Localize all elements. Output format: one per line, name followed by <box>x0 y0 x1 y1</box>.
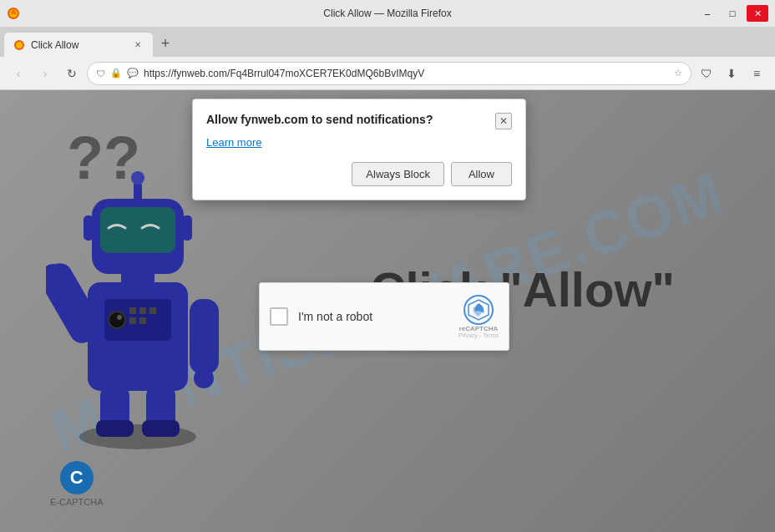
shield-button[interactable]: 🛡 <box>695 62 718 85</box>
svg-point-21 <box>194 368 214 388</box>
dialog-buttons: Always Block Allow <box>206 162 512 186</box>
tab-favicon <box>13 38 26 52</box>
svg-rect-17 <box>142 420 180 437</box>
dialog-close-button[interactable]: ✕ <box>495 113 512 129</box>
recaptcha-brand: reCAPTCHA <box>459 325 499 332</box>
lock-icon: 🔒 <box>110 68 122 79</box>
url-text: https://fynweb.com/Fq4Brrul047moXCER7EK0… <box>144 68 669 79</box>
allow-button[interactable]: Allow <box>451 162 512 186</box>
browser-content: MYANTISPYWARE.COM ?? <box>0 90 775 532</box>
svg-point-3 <box>16 42 23 48</box>
learn-more-link[interactable]: Learn more <box>206 136 512 149</box>
recaptcha-logo-icon <box>463 295 494 325</box>
active-tab[interactable]: Click Allow ✕ <box>3 32 154 57</box>
recaptcha-checkbox[interactable] <box>270 307 288 326</box>
nav-actions: 🛡 ⬇ ≡ <box>695 62 768 85</box>
url-bar[interactable]: 🛡 🔒 💬 https://fynweb.com/Fq4Brrul047moXC… <box>87 62 691 85</box>
notification-icon: 💬 <box>127 68 139 79</box>
ecaptcha-label: E-CAPTCHA <box>50 497 104 507</box>
recaptcha-label: I'm not a robot <box>298 310 450 323</box>
svg-rect-20 <box>190 299 219 374</box>
recaptcha-privacy-terms: Privacy - Terms <box>458 332 499 338</box>
ecaptcha-icon: C <box>60 461 94 494</box>
svg-rect-16 <box>96 420 134 437</box>
svg-point-8 <box>117 315 122 320</box>
titlebar: Click Allow — Mozilla Firefox – □ ✕ <box>0 0 775 27</box>
svg-point-7 <box>109 312 125 328</box>
dialog-header: Allow fynweb.com to send notifications? … <box>206 113 512 129</box>
back-button[interactable]: ‹ <box>7 62 30 85</box>
svg-rect-10 <box>139 307 146 314</box>
svg-point-28 <box>131 171 144 185</box>
ecaptcha-logo: C E-CAPTCHA <box>50 461 104 507</box>
svg-rect-12 <box>129 317 136 324</box>
svg-rect-27 <box>134 182 142 203</box>
notification-dialog: Allow fynweb.com to send notifications? … <box>192 99 526 200</box>
tab-close-button[interactable]: ✕ <box>131 38 144 52</box>
minimize-button[interactable]: – <box>696 5 718 22</box>
svg-rect-26 <box>182 215 192 241</box>
svg-rect-11 <box>149 307 156 314</box>
new-tab-button[interactable]: + <box>154 32 177 55</box>
refresh-button[interactable]: ↻ <box>60 62 84 85</box>
svg-rect-13 <box>139 317 146 324</box>
window-controls: – □ ✕ <box>696 5 768 22</box>
star-icon[interactable]: ☆ <box>674 68 682 79</box>
forward-button[interactable]: › <box>33 62 57 85</box>
recaptcha-logo-area: reCAPTCHA Privacy - Terms <box>458 295 499 338</box>
close-button[interactable]: ✕ <box>747 5 768 22</box>
window-title: Click Allow — Mozilla Firefox <box>323 8 451 19</box>
dialog-title: Allow fynweb.com to send notifications? <box>206 113 495 126</box>
more-button[interactable]: ≡ <box>745 62 768 85</box>
navbar: ‹ › ↻ 🛡 🔒 💬 https://fynweb.com/Fq4Brrul0… <box>0 57 775 90</box>
maximize-button[interactable]: □ <box>722 5 743 22</box>
recaptcha-widget: I'm not a robot reCAPTCHA Privacy - Term… <box>259 282 509 351</box>
tabbar: Click Allow ✕ + <box>0 27 775 57</box>
svg-rect-24 <box>100 207 175 253</box>
shield-icon: 🛡 <box>96 68 105 79</box>
svg-rect-25 <box>84 215 94 241</box>
always-block-button[interactable]: Always Block <box>352 162 444 186</box>
firefox-icon <box>7 7 20 20</box>
download-button[interactable]: ⬇ <box>720 62 743 85</box>
svg-rect-9 <box>129 307 136 314</box>
page-background: MYANTISPYWARE.COM ?? <box>0 90 775 532</box>
tab-label: Click Allow <box>31 39 126 51</box>
